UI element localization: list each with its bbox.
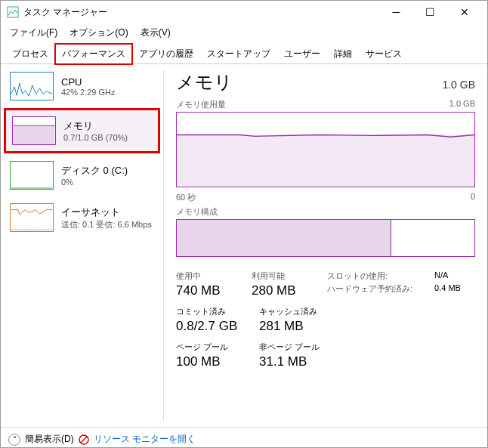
pagedpool-value: 100 MB [176,354,252,369]
usage-graph-label: メモリ使用量 [176,99,226,110]
sidebar-net-sub: 送信: 0.1 受信: 6.6 Mbps [61,219,152,230]
nonpagedpool-value: 31.1 MB [259,354,335,369]
page-title: メモリ [176,70,233,94]
cpu-thumb-icon [10,72,54,100]
committed-label: コミット済み [176,306,252,317]
sidebar-cpu-sub: 42% 2.29 GHz [61,88,116,97]
composition-label: メモリ構成 [176,206,218,218]
svg-rect-1 [14,125,55,144]
axis-right: 0 [471,192,475,203]
axis-left: 60 秒 [176,192,196,203]
sidebar-cpu-label: CPU [61,76,116,88]
memory-composition-graph [176,219,475,257]
slots-value: N/A [434,270,475,282]
menu-view[interactable]: 表示(V) [134,25,177,41]
tab-services[interactable]: サービス [359,44,409,63]
committed-value: 0.8/2.7 GB [176,319,252,334]
sidebar-item-ethernet[interactable]: イーサネット送信: 0.1 受信: 6.6 Mbps [4,197,160,238]
sidebar-disk-sub: 0% [61,178,128,187]
hwreserved-label: ハードウェア予約済み: [327,283,427,298]
memory-total: 1.0 GB [442,79,475,91]
cached-value: 281 MB [259,319,335,334]
sidebar-disk-label: ディスク 0 (C:) [61,164,128,178]
memory-usage-graph [176,112,475,187]
available-value: 280 MB [252,283,320,298]
svg-rect-6 [177,134,474,187]
cached-label: キャッシュ済み [259,306,335,317]
inuse-label: 使用中 [176,270,244,282]
inuse-value: 740 MB [176,283,244,298]
titlebar: タスク マネージャー ─ ☐ ✕ [1,1,487,23]
sidebar: CPU42% 2.29 GHz メモリ0.7/1.0 GB (70%) ディスク… [1,64,163,427]
hwreserved-value: 0.4 MB [434,283,475,298]
fewer-details-button[interactable]: 簡易表示(D) [25,433,74,446]
tab-app-history[interactable]: アプリの履歴 [132,44,200,63]
maximize-button[interactable]: ☐ [413,1,447,23]
available-label: 利用可能 [252,270,320,282]
sidebar-item-cpu[interactable]: CPU42% 2.29 GHz [4,66,160,107]
open-resource-monitor-link[interactable]: リソース モニターを開く [94,433,196,446]
composition-inuse-bar [177,220,391,256]
chevron-up-icon[interactable]: ˄ [8,434,20,446]
usage-graph-max: 1.0 GB [449,99,475,110]
tab-users[interactable]: ユーザー [277,44,327,63]
tab-details[interactable]: 詳細 [327,44,359,63]
sidebar-item-memory[interactable]: メモリ0.7/1.0 GB (70%) [4,108,160,153]
footer: ˄ 簡易表示(D) リソース モニターを開く [1,427,487,448]
slots-label: スロットの使用: [327,270,427,282]
menu-options[interactable]: オプション(O) [63,25,134,41]
app-icon [7,6,19,18]
main-panel: メモリ 1.0 GB メモリ使用量 1.0 GB 60 秒 0 メモリ構成 使用… [164,64,487,427]
menu-file[interactable]: ファイル(F) [4,25,63,41]
window-title: タスク マネージャー [23,6,379,19]
menubar: ファイル(F) オプション(O) 表示(V) [1,23,487,42]
minimize-button[interactable]: ─ [379,1,413,23]
tab-performance[interactable]: パフォーマンス [55,44,132,64]
pagedpool-label: ページ プール [176,341,252,353]
sidebar-net-label: イーサネット [61,205,152,219]
tab-startup[interactable]: スタートアップ [200,44,277,63]
close-button[interactable]: ✕ [447,1,481,23]
tab-processes[interactable]: プロセス [5,44,55,63]
memory-thumb-icon [12,116,56,145]
sidebar-item-disk[interactable]: ディスク 0 (C:)0% [4,155,160,196]
sidebar-memory-sub: 0.7/1.0 GB (70%) [63,133,128,142]
svg-line-8 [81,437,87,443]
sidebar-memory-label: メモリ [63,119,128,133]
disk-thumb-icon [10,161,54,190]
resource-monitor-icon [79,434,89,445]
nonpagedpool-label: 非ページ プール [259,341,335,353]
ethernet-thumb-icon [10,203,54,232]
tab-bar: プロセス パフォーマンス アプリの履歴 スタートアップ ユーザー 詳細 サービス [1,44,487,64]
